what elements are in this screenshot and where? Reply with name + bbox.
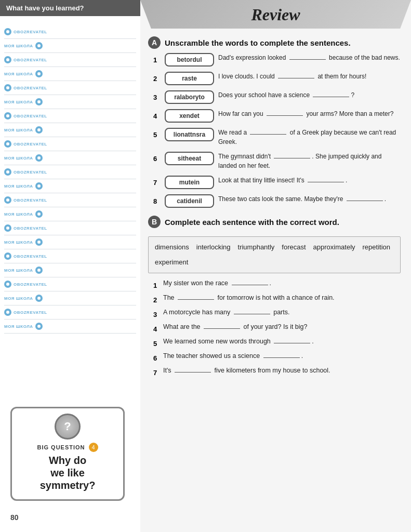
- sentence-item-5: 5 We learned some new words through .: [153, 337, 401, 348]
- blank-2b[interactable]: [178, 299, 214, 300]
- scramble-sentence-3: Does your school have a science ?: [218, 90, 401, 100]
- big-question-label: BIG QUESTION: [37, 444, 85, 450]
- blank-2a[interactable]: [278, 78, 314, 78]
- word-bank-word-6: repetition: [363, 241, 390, 253]
- word-bank-words: dimensions interlocking triumphantly for…: [155, 241, 394, 269]
- word-bank-box: dimensions interlocking triumphantly for…: [148, 236, 401, 273]
- blank-7b[interactable]: [175, 372, 211, 373]
- sentence-text-4: What are the of your yard? Is it big?: [163, 322, 401, 332]
- svg-point-14: [6, 227, 9, 230]
- scramble-word-2: raste: [165, 72, 214, 85]
- scramble-item-2: 2 raste I love clouds. I could at them f…: [153, 72, 401, 85]
- svg-point-11: [37, 184, 41, 188]
- wm-badge: [4, 28, 11, 35]
- sidebar: What have you learned? OBOZREVATEL МОЯ Ш…: [0, 0, 140, 532]
- part-b-title: Complete each sentence with the correct …: [165, 218, 339, 227]
- blank-1b[interactable]: [232, 285, 268, 285]
- part-a-circle: A: [148, 36, 161, 49]
- blank-8a[interactable]: [347, 201, 383, 201]
- scramble-word-4: xendet: [165, 109, 214, 123]
- svg-point-5: [37, 100, 41, 103]
- scramble-sentence-1: Dad's expression looked because of the b…: [218, 53, 401, 62]
- wm-badge-15: [4, 224, 11, 232]
- svg-point-7: [37, 128, 41, 131]
- wm-badge-3: [4, 56, 11, 63]
- sidebar-header: What have you learned?: [0, 0, 140, 16]
- sentence-item-6: 6 The teacher showed us a science .: [153, 351, 401, 362]
- sentence-item-2: 2 The for tomorrow is hot with a chance …: [153, 293, 401, 304]
- wm-badge-16: [35, 238, 43, 246]
- wm-badge-17: [4, 252, 11, 260]
- part-a-title: Unscramble the words to complete the sen…: [165, 38, 351, 47]
- wm-badge-9: [4, 140, 11, 148]
- wm-badge-20: [35, 295, 43, 302]
- sentence-list: 1 My sister won the race . 2 The for tom…: [148, 278, 401, 377]
- svg-point-18: [6, 283, 9, 286]
- part-a: A Unscramble the words to complete the s…: [148, 36, 401, 208]
- wm-badge-14: [35, 210, 43, 218]
- svg-point-19: [37, 297, 41, 300]
- scramble-item-3: 3 ralaboryto Does your school have a sci…: [153, 90, 401, 104]
- scramble-item-4: 4 xendet How far can you your arms? More…: [153, 109, 401, 123]
- scramble-item-7: 7 mutein Look at that tiny little insect…: [153, 176, 401, 189]
- blank-3a[interactable]: [313, 97, 349, 97]
- part-a-label: A Unscramble the words to complete the s…: [148, 36, 351, 49]
- svg-point-6: [6, 114, 9, 117]
- sentence-text-7: It's five kilometers from my house to sc…: [163, 366, 401, 376]
- wm-badge-21: [4, 309, 11, 316]
- word-bank-word-2: interlocking: [196, 241, 231, 253]
- svg-point-13: [37, 212, 41, 216]
- sidebar-content: OBOZREVATEL МОЯ ШКОЛА OBOZREVATEL МОЯ ШК…: [0, 20, 140, 334]
- review-header: Review: [140, 0, 411, 29]
- blank-4b[interactable]: [204, 328, 240, 329]
- blank-7a[interactable]: [308, 182, 344, 182]
- scramble-item-5: 5 lionattnsra We read a of a Greek play …: [153, 128, 401, 147]
- svg-point-3: [37, 72, 41, 75]
- scramble-word-8: catidenil: [165, 194, 214, 208]
- blank-4a[interactable]: [267, 115, 303, 116]
- svg-point-1: [37, 44, 41, 47]
- word-bank-word-3: triumphantly: [238, 241, 275, 253]
- scramble-list: 1 betordul Dad's expression looked becau…: [148, 53, 401, 208]
- scramble-sentence-2: I love clouds. I could at them for hours…: [218, 72, 401, 81]
- scramble-sentence-5: We read a of a Greek play because we can…: [218, 128, 401, 147]
- blank-1a[interactable]: [289, 59, 326, 60]
- svg-point-10: [6, 170, 9, 174]
- word-bank-word-1: dimensions: [155, 241, 189, 253]
- big-question-text: Why dowe likesymmetry?: [20, 454, 115, 491]
- scramble-word-1: betordul: [165, 53, 214, 66]
- sentence-text-5: We learned some new words through .: [163, 337, 401, 347]
- blank-6a[interactable]: [274, 158, 310, 158]
- svg-point-12: [6, 198, 9, 202]
- scramble-item-6: 6 sitheeat The gymnast didn't . She jump…: [153, 152, 401, 170]
- svg-point-2: [6, 58, 9, 61]
- sentence-text-3: A motorcycle has many parts.: [163, 308, 401, 317]
- scramble-item-8: 8 catidenil These two cats look the same…: [153, 194, 401, 208]
- scramble-sentence-7: Look at that tiny little insect! It's .: [218, 176, 401, 185]
- review-title: Review: [251, 5, 300, 24]
- part-b-circle: B: [148, 216, 161, 228]
- blank-5b[interactable]: [274, 343, 310, 343]
- wm-badge-7: [4, 112, 11, 119]
- sentence-item-3: 3 A motorcycle has many parts.: [153, 308, 401, 318]
- sentence-text-6: The teacher showed us a science .: [163, 351, 401, 361]
- scramble-word-7: mutein: [165, 176, 214, 189]
- scramble-sentence-4: How far can you your arms? More than a m…: [218, 109, 401, 118]
- scramble-word-3: ralaboryto: [165, 90, 214, 104]
- word-bank-word-4: forecast: [282, 241, 306, 253]
- blank-3b[interactable]: [234, 314, 270, 314]
- scramble-word-6: sitheeat: [165, 152, 214, 165]
- blank-5a[interactable]: [250, 134, 286, 135]
- blank-6b[interactable]: [263, 357, 300, 358]
- sidebar-lines: OBOZREVATEL МОЯ ШКОЛА OBOZREVATEL МОЯ ШК…: [0, 28, 140, 334]
- page-number: 80: [10, 513, 19, 522]
- scramble-item-1: 1 betordul Dad's expression looked becau…: [153, 53, 401, 66]
- main-content-area: Review A Unscramble the words to complet…: [140, 0, 411, 532]
- svg-point-21: [37, 325, 41, 328]
- wm-badge-10: [35, 154, 43, 162]
- sentence-item-4: 4 What are the of your yard? Is it big?: [153, 322, 401, 333]
- svg-point-4: [6, 86, 9, 89]
- part-b: B Complete each sentence with the correc…: [148, 216, 401, 377]
- wm-badge-13: [4, 196, 11, 204]
- svg-point-16: [6, 255, 9, 258]
